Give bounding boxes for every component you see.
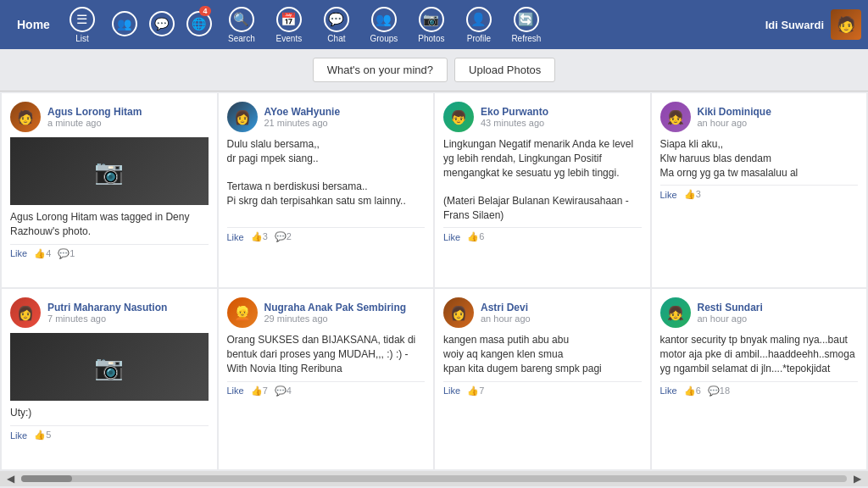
chat-icon: 💬 — [324, 7, 349, 32]
post-header: 🧑 Agus Lorong Hitam a minute ago — [10, 102, 209, 132]
messages-button[interactable]: 💬 — [145, 3, 179, 47]
like-count: 👍6 — [684, 385, 701, 396]
post-text: Agus Lorong Hitam was tagged in Deny Raz… — [10, 210, 209, 239]
like-count: 👍7 — [251, 385, 268, 396]
post-footer: Like 👍7 💬4 — [227, 381, 426, 396]
post-footer: Like 👍7 — [443, 381, 642, 396]
home-label: Home — [17, 18, 50, 31]
whats-on-mind-button[interactable]: What's on your mind? — [313, 58, 448, 82]
user-avatar: 🧑 — [831, 9, 861, 40]
post-time: an hour ago — [481, 313, 531, 324]
action-bar: What's on your mind? Upload Photos — [0, 49, 868, 92]
post-avatar: 👱 — [227, 297, 258, 328]
post-author-name[interactable]: Resti Sundari — [698, 302, 763, 313]
post-author-name[interactable]: Kiki Dominique — [698, 106, 771, 118]
like-button[interactable]: Like — [10, 430, 27, 441]
events-button[interactable]: 📅 Events — [267, 3, 311, 47]
list-label: List — [75, 34, 89, 43]
photos-label: Photos — [418, 34, 444, 43]
post-time: an hour ago — [698, 118, 771, 128]
photos-button[interactable]: 📷 Photos — [409, 3, 453, 47]
refresh-button[interactable]: 🔄 Refresh — [504, 3, 548, 47]
post-author-name[interactable]: AYoe WaHyunie — [264, 106, 341, 118]
comment-count: 💬2 — [275, 231, 292, 242]
scroll-right-arrow[interactable]: ▶ — [850, 473, 865, 485]
top-navigation: Home ☰ List 👥 💬 🌐 4 🔍 Search 📅 Events 💬 … — [0, 0, 868, 49]
profile-icon: 👤 — [466, 7, 492, 32]
photos-icon: 📷 — [419, 7, 444, 32]
post-time: 43 minutes ago — [481, 118, 548, 128]
post-meta: Eko Purwanto 43 minutes ago — [481, 106, 548, 128]
post-time: 7 minutes ago — [47, 313, 167, 324]
post-text: Siapa kli aku,,Klw haruus blas dendamMa … — [660, 137, 859, 180]
post-meta: Astri Devi an hour ago — [481, 302, 531, 324]
post-footer: Like 👍5 — [10, 425, 209, 441]
post-card: 👩 Putri Maharany Nasution 7 minutes ago … — [2, 289, 217, 469]
like-button[interactable]: Like — [227, 385, 244, 396]
post-header: 👩 AYoe WaHyunie 21 minutes ago — [227, 102, 426, 132]
post-meta: Kiki Dominique an hour ago — [698, 106, 771, 128]
scroll-track[interactable] — [21, 475, 847, 482]
post-author-name[interactable]: Astri Devi — [481, 302, 531, 313]
nav-icons: ☰ List 👥 💬 🌐 4 🔍 Search 📅 Events 💬 Chat … — [60, 3, 548, 47]
list-button[interactable]: ☰ List — [60, 3, 104, 47]
upload-photos-button[interactable]: Upload Photos — [454, 58, 555, 82]
post-header: 👧 Resti Sundari an hour ago — [660, 297, 859, 328]
post-text: kangen masa putih abu abuwoiy aq kangen … — [443, 333, 642, 375]
like-count: 👍6 — [467, 231, 484, 242]
post-header: 👧 Kiki Dominique an hour ago — [660, 102, 859, 132]
like-count: 👍7 — [467, 385, 484, 396]
post-avatar: 👧 — [660, 297, 691, 328]
refresh-icon: 🔄 — [514, 7, 539, 32]
post-text: Orang SUKSES dan BIJAKSANA, tidak di ben… — [227, 333, 426, 375]
post-author-name[interactable]: Agus Lorong Hitam — [47, 106, 142, 118]
post-image: 📷 — [10, 333, 209, 401]
friends-icon: 👥 — [112, 11, 137, 36]
refresh-label: Refresh — [511, 34, 541, 43]
post-avatar: 👧 — [660, 102, 691, 132]
globe-badge: 4 — [199, 6, 211, 16]
post-card: 👧 Resti Sundari an hour ago kantor secur… — [652, 289, 867, 469]
post-meta: Resti Sundari an hour ago — [698, 302, 763, 324]
chat-button[interactable]: 💬 Chat — [314, 3, 359, 47]
post-card: 👱 Nugraha Anak Pak Sembiring 29 minutes … — [219, 289, 434, 469]
friends-button[interactable]: 👥 — [108, 3, 142, 47]
like-button[interactable]: Like — [660, 190, 677, 200]
post-time: an hour ago — [698, 313, 763, 324]
user-name: Idi Suwardi — [765, 19, 824, 31]
like-count: 👍3 — [684, 189, 701, 200]
scroll-left-arrow[interactable]: ◀ — [3, 473, 18, 485]
home-button[interactable]: Home — [7, 0, 60, 49]
messages-icon: 💬 — [149, 11, 175, 36]
profile-label: Profile — [467, 34, 491, 43]
post-image: 📷 — [10, 137, 209, 205]
like-button[interactable]: Like — [443, 385, 460, 396]
like-button[interactable]: Like — [443, 232, 460, 242]
profile-button[interactable]: 👤 Profile — [457, 3, 501, 47]
post-card: 🧑 Agus Lorong Hitam a minute ago 📷 Agus … — [2, 93, 217, 287]
user-area: Idi Suwardi 🧑 — [765, 9, 861, 40]
post-meta: Putri Maharany Nasution 7 minutes ago — [47, 302, 167, 324]
post-header: 👦 Eko Purwanto 43 minutes ago — [443, 102, 642, 132]
search-button[interactable]: 🔍 Search — [220, 3, 264, 47]
post-author-name[interactable]: Eko Purwanto — [481, 106, 548, 118]
post-text: Lingkungan Negatif menarik Anda ke level… — [443, 137, 642, 222]
like-count: 👍3 — [251, 231, 268, 242]
post-author-name[interactable]: Putri Maharany Nasution — [47, 302, 167, 313]
globe-button[interactable]: 🌐 4 — [182, 3, 216, 47]
post-time: 29 minutes ago — [264, 313, 407, 324]
like-button[interactable]: Like — [10, 248, 27, 258]
scroll-thumb[interactable] — [21, 475, 72, 482]
groups-button[interactable]: 👥 Groups — [362, 3, 406, 47]
post-avatar: 👩 — [10, 297, 41, 328]
post-text: Dulu slalu bersama,,dr pagi mpek siang..… — [227, 137, 426, 222]
post-footer: Like 👍3 — [660, 185, 859, 200]
groups-icon: 👥 — [371, 7, 397, 32]
post-author-name[interactable]: Nugraha Anak Pak Sembiring — [264, 302, 407, 313]
like-count: 👍5 — [34, 430, 51, 441]
post-text: kantor security tp bnyak maling nya...ba… — [660, 333, 859, 375]
like-button[interactable]: Like — [660, 385, 677, 396]
post-avatar: 👩 — [443, 297, 474, 328]
like-button[interactable]: Like — [227, 232, 244, 242]
like-count: 👍4 — [34, 248, 51, 259]
